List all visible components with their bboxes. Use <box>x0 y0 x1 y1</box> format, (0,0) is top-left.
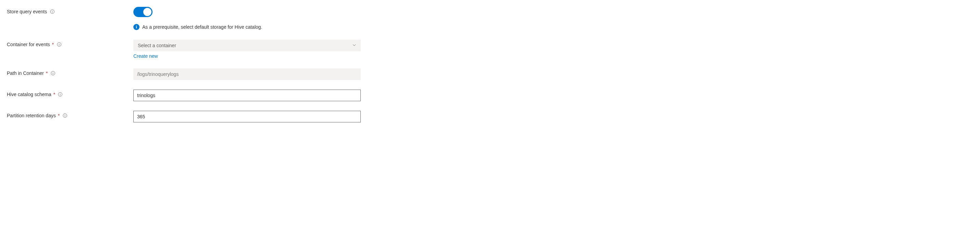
container-select[interactable]: Select a container <box>134 40 361 51</box>
svg-point-1 <box>52 11 52 11</box>
row-path-in-container: Path in Container * <box>7 69 973 80</box>
info-icon[interactable] <box>57 42 62 47</box>
label-text: Path in Container <box>7 70 44 76</box>
info-badge-icon: i <box>134 24 140 30</box>
control-col <box>134 69 361 80</box>
svg-point-13 <box>65 115 65 115</box>
required-indicator: * <box>46 70 48 76</box>
info-icon[interactable] <box>58 92 62 97</box>
info-icon[interactable] <box>51 71 56 76</box>
label-text: Partition retention days <box>7 113 56 118</box>
control-col <box>134 89 361 101</box>
control-col: Select a container Create new <box>134 40 361 59</box>
toggle-knob <box>143 8 151 16</box>
label-path-in-container: Path in Container * <box>7 69 134 76</box>
label-hive-catalog-schema: Hive catalog schema * <box>7 89 134 97</box>
hive-catalog-schema-input[interactable] <box>134 89 361 101</box>
required-indicator: * <box>52 42 54 47</box>
info-icon[interactable] <box>50 9 55 14</box>
svg-point-10 <box>60 93 60 94</box>
prerequisite-message: i As a prerequisite, select default stor… <box>134 24 361 30</box>
select-placeholder: Select a container <box>138 43 176 48</box>
row-store-query-events: Store query events i As a prerequisite, … <box>7 7 973 30</box>
required-indicator: * <box>58 113 59 118</box>
control-col: i As a prerequisite, select default stor… <box>134 7 361 30</box>
row-partition-retention-days: Partition retention days * <box>7 111 973 123</box>
chevron-down-icon <box>352 43 356 48</box>
label-partition-retention-days: Partition retention days * <box>7 111 134 118</box>
path-in-container-input[interactable] <box>134 69 361 80</box>
required-indicator: * <box>53 92 55 97</box>
info-text: As a prerequisite, select default storag… <box>142 24 262 30</box>
store-query-events-toggle[interactable] <box>134 7 153 17</box>
control-col <box>134 111 361 123</box>
row-container-for-events: Container for events * Select a containe… <box>7 40 973 59</box>
partition-retention-days-input[interactable] <box>134 111 361 123</box>
row-hive-catalog-schema: Hive catalog schema * <box>7 89 973 101</box>
label-text: Store query events <box>7 9 47 14</box>
label-text: Hive catalog schema <box>7 92 51 97</box>
label-store-query-events: Store query events <box>7 7 134 14</box>
create-new-link[interactable]: Create new <box>134 53 361 59</box>
label-container-for-events: Container for events * <box>7 40 134 47</box>
info-icon[interactable] <box>62 113 67 118</box>
label-text: Container for events <box>7 42 50 47</box>
